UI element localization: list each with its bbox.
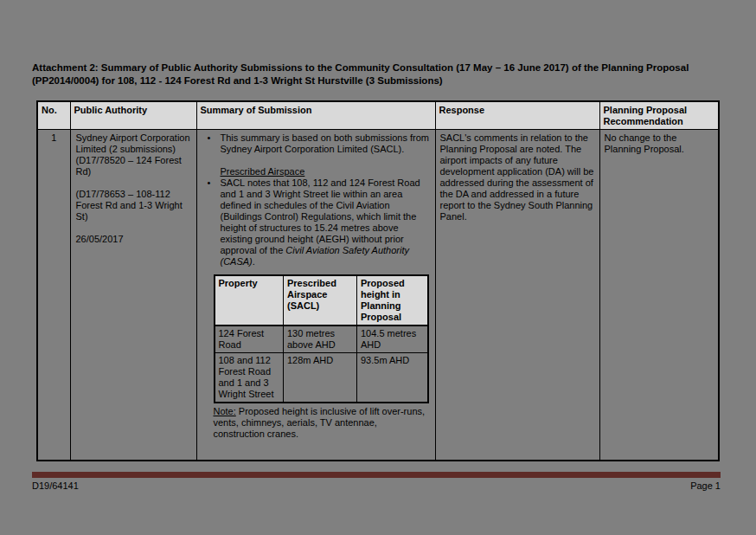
table-header-row: No. Public Authority Summary of Submissi… bbox=[37, 101, 719, 130]
bullet-icon: • bbox=[208, 132, 211, 144]
col-header-public-authority: Public Authority bbox=[70, 101, 196, 130]
summary-bullet-1: • This summary is based on both submissi… bbox=[206, 132, 430, 155]
inner-col-property: Property bbox=[215, 275, 284, 326]
page-number: Page 1 bbox=[690, 480, 721, 491]
doc-reference: D19/64141 bbox=[32, 480, 79, 491]
inner-table-header-row: Property Prescribed Airspace (SACL) Prop… bbox=[215, 275, 428, 326]
summary-bullet-2-lead: SACL notes that 108, 112 and 124 Forest … bbox=[221, 177, 420, 255]
inner-cell-property: 108 and 112 Forest Road and 1 and 3 Wrig… bbox=[215, 353, 284, 403]
cell-summary: • This summary is based on both submissi… bbox=[196, 130, 435, 461]
submissions-table: No. Public Authority Summary of Submissi… bbox=[36, 100, 720, 461]
prescribed-airspace-heading: Prescribed Airspace bbox=[221, 166, 430, 177]
footer-rule bbox=[32, 472, 721, 478]
summary-bullet-1-text: This summary is based on both submission… bbox=[221, 132, 429, 154]
page-title: Attachment 2: Summary of Public Authorit… bbox=[32, 61, 721, 87]
cell-recommendation: No change to the Planning Proposal. bbox=[599, 130, 719, 461]
inner-cell-airspace: 128m AHD bbox=[284, 353, 357, 403]
inner-cell-height: 104.5 metres AHD bbox=[357, 326, 428, 353]
document-page: Attachment 2: Summary of Public Authorit… bbox=[0, 0, 756, 535]
col-header-recommendation: Planning Proposal Recommendation bbox=[599, 101, 719, 130]
cell-public-authority: Sydney Airport Corporation Limited (2 su… bbox=[70, 130, 196, 461]
inner-table-row: 108 and 112 Forest Road and 1 and 3 Wrig… bbox=[215, 353, 428, 403]
inner-cell-airspace: 130 metres above AHD bbox=[284, 326, 357, 353]
submission-date: 26/05/2017 bbox=[76, 234, 191, 245]
inner-col-prescribed-airspace: Prescribed Airspace (SACL) bbox=[284, 275, 357, 326]
col-header-no: No. bbox=[37, 101, 70, 130]
footer: D19/64141 Page 1 bbox=[32, 480, 721, 491]
height-comparison-table: Property Prescribed Airspace (SACL) Prop… bbox=[214, 274, 429, 403]
note-label: Note: bbox=[214, 406, 236, 416]
cell-row-number: 1 bbox=[37, 130, 70, 461]
summary-bullet-2-period: . bbox=[253, 256, 255, 267]
public-authority-name: Sydney Airport Corporation Limited (2 su… bbox=[76, 132, 191, 177]
summary-bullet-2-text: SACL notes that 108, 112 and 124 Forest … bbox=[221, 177, 420, 267]
col-header-response: Response bbox=[435, 101, 599, 130]
summary-bullet-2: • SACL notes that 108, 112 and 124 Fores… bbox=[206, 177, 430, 268]
bullet-icon: • bbox=[208, 177, 211, 189]
table-row: 1 Sydney Airport Corporation Limited (2 … bbox=[37, 130, 719, 461]
cell-response: SACL's comments in relation to the Plann… bbox=[435, 130, 599, 461]
inner-col-proposed-height: Proposed height in Planning Proposal bbox=[357, 275, 428, 326]
inner-cell-height: 93.5m AHD bbox=[357, 353, 428, 403]
summary-note: Note: Proposed height is inclusive of li… bbox=[214, 406, 428, 440]
col-header-summary: Summary of Submission bbox=[196, 101, 435, 130]
inner-table-row: 124 Forest Road 130 metres above AHD 104… bbox=[215, 326, 428, 353]
public-authority-second-ref: (D17/78653 – 108-112 Forest Rd and 1-3 W… bbox=[76, 189, 191, 222]
inner-cell-property: 124 Forest Road bbox=[215, 326, 284, 353]
note-text: Proposed height is inclusive of lift ove… bbox=[214, 406, 426, 439]
